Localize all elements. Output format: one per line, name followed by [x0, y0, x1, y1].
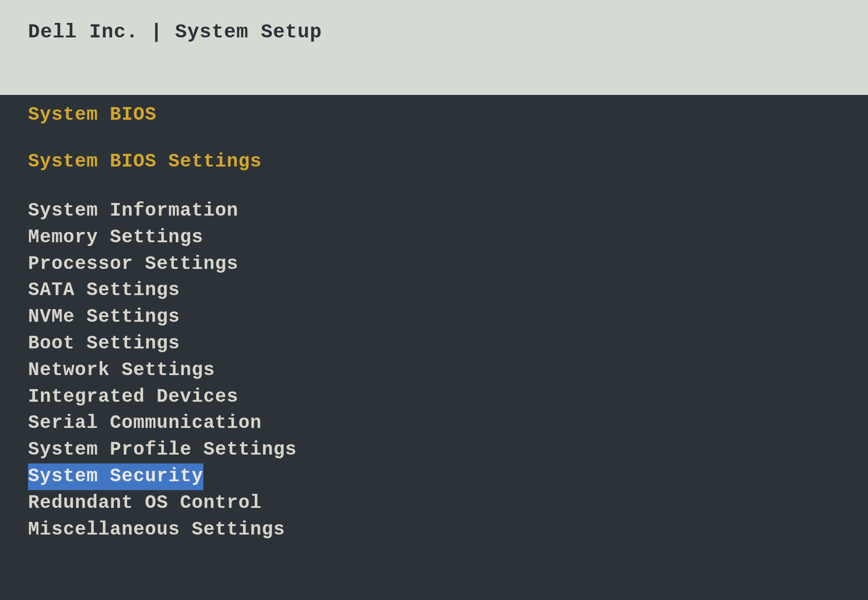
menu-item-integrated-devices[interactable]: Integrated Devices — [28, 384, 238, 411]
menu-item-serial-communication[interactable]: Serial Communication — [28, 410, 262, 437]
content-area: System BIOS System BIOS Settings System … — [0, 95, 868, 562]
menu-item-memory-settings[interactable]: Memory Settings — [28, 224, 203, 251]
menu-item-system-information[interactable]: System Information — [28, 198, 238, 224]
menu-item-system-profile-settings[interactable]: System Profile Settings — [28, 437, 297, 463]
menu-item-network-settings[interactable]: Network Settings — [28, 357, 215, 384]
menu-item-nvme-settings[interactable]: NVMe Settings — [28, 304, 180, 331]
subsection-title: System BIOS Settings — [28, 151, 840, 172]
menu-item-boot-settings[interactable]: Boot Settings — [28, 331, 180, 357]
section-title: System BIOS — [28, 104, 840, 125]
menu-item-miscellaneous-settings[interactable]: Miscellaneous Settings — [28, 517, 285, 543]
menu-item-sata-settings[interactable]: SATA Settings — [28, 277, 180, 304]
header-bar: Dell Inc. | System Setup — [0, 0, 868, 95]
page-title: Dell Inc. | System Setup — [28, 21, 868, 43]
menu-item-redundant-os-control[interactable]: Redundant OS Control — [28, 490, 262, 517]
menu-item-system-security[interactable]: System Security — [28, 463, 203, 490]
menu-item-processor-settings[interactable]: Processor Settings — [28, 251, 238, 278]
bios-menu-list: System InformationMemory SettingsProcess… — [28, 198, 840, 543]
